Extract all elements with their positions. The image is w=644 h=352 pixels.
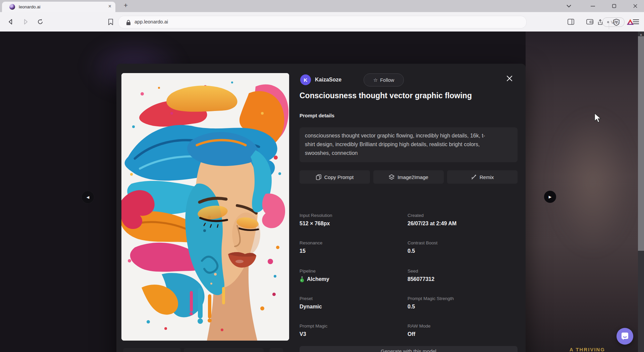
sidebar-icon[interactable] [567, 18, 575, 26]
prompt-text: consciousness thought vector graphic flo… [305, 131, 486, 158]
copy-icon [316, 174, 321, 180]
backdrop-image [526, 32, 644, 352]
window-close-button[interactable] [631, 2, 640, 10]
backdrop-watermark: A THRIVING [570, 347, 605, 352]
remix-button[interactable]: Remix [447, 170, 518, 184]
thumbnail[interactable] [269, 348, 283, 352]
detail-seed: Seed 856077312 [408, 269, 513, 282]
bookmark-icon[interactable] [107, 18, 115, 26]
support-chat-button[interactable] [616, 328, 633, 345]
copy-prompt-label: Copy Prompt [324, 174, 354, 180]
follow-label: Follow [380, 77, 394, 83]
url-text[interactable]: app.leonardo.ai [135, 19, 168, 24]
wallet-icon[interactable] [586, 18, 594, 26]
remix-wand-icon [471, 174, 477, 180]
next-image-button[interactable]: ▶ [544, 191, 556, 203]
backdrop-glow [552, 112, 633, 253]
chevron-right-icon: ▶ [549, 195, 551, 199]
detail-resonance: Resonance 15 [300, 240, 405, 254]
tab-title: leonardo.ai [19, 4, 40, 9]
thumbnail[interactable] [123, 348, 181, 352]
vpn-status-dot [607, 21, 609, 23]
potion-flask-icon [300, 276, 305, 282]
tab-close-icon[interactable]: × [108, 3, 111, 9]
author-name[interactable]: KaizaSoze [315, 77, 341, 83]
window-maximize-button[interactable] [609, 2, 619, 10]
browser-tab[interactable]: leonardo.ai × [2, 2, 115, 12]
image-detail-modal: K KaizaSoze ☆ Follow Consciousness thoug… [116, 64, 526, 352]
reload-button[interactable] [36, 18, 44, 26]
copy-prompt-button[interactable]: Copy Prompt [300, 170, 370, 184]
generate-with-model-button[interactable]: Generate with this model [300, 346, 518, 352]
site-favicon-icon [9, 4, 15, 10]
page-content: A THRIVING [0, 32, 644, 352]
menu-icon[interactable] [632, 18, 640, 26]
modal-close-button[interactable] [505, 74, 514, 82]
chevron-left-icon: ◀ [87, 195, 89, 199]
scrollbar-up-icon[interactable]: ▲ [639, 33, 643, 36]
prompt-details-heading: Prompt details [300, 113, 334, 118]
chat-icon [621, 332, 629, 341]
detail-prompt-magic-strength: Prompt Magic Strength 0.5 [408, 296, 513, 310]
detail-prompt-magic: Prompt Magic V3 [300, 324, 405, 337]
prompt-box: consciousness thought vector graphic flo… [300, 127, 518, 162]
star-icon: ☆ [373, 77, 378, 83]
tab-strip: leonardo.ai × + [0, 0, 644, 12]
vpn-label: VPN [611, 20, 620, 25]
window-minimize-button[interactable] [588, 2, 597, 10]
remix-label: Remix [480, 174, 494, 180]
detail-pipeline: Pipeline Alchemy [300, 269, 405, 282]
detail-contrast-boost: Contrast Boost 0.5 [408, 240, 513, 254]
previous-image-button[interactable]: ◀ [82, 191, 94, 203]
forward-button[interactable] [21, 18, 30, 26]
address-bar[interactable]: app.leonardo.ai [118, 16, 527, 28]
tab-search-icon[interactable] [564, 2, 574, 10]
mouse-cursor [594, 113, 602, 124]
browser-window: leonardo.ai × + [0, 0, 644, 352]
image2image-button[interactable]: Image2Image [373, 170, 444, 184]
layers-icon [389, 174, 394, 180]
follow-button[interactable]: ☆ Follow [364, 73, 404, 86]
browser-toolbar: app.leonardo.ai VPN [0, 12, 644, 32]
lock-icon[interactable] [124, 18, 132, 26]
detail-raw-mode: RAW Mode Off [408, 324, 513, 337]
image-title: Consciousness thought vector graphic flo… [300, 91, 521, 101]
generated-image[interactable] [121, 73, 289, 341]
page-scrollbar[interactable]: ▲ [638, 32, 644, 352]
detail-preset: Preset Dynamic [300, 296, 405, 310]
thumbnail[interactable] [184, 348, 264, 352]
image2image-label: Image2Image [397, 174, 428, 180]
back-button[interactable] [7, 18, 15, 26]
scrollbar-thumb[interactable] [638, 36, 644, 251]
detail-created: Created 26/07/23 at 2:49 AM [408, 213, 513, 227]
new-tab-button[interactable]: + [121, 1, 130, 9]
avatar[interactable]: K [300, 74, 311, 85]
detail-input-resolution: Input Resolution 512 × 768px [300, 213, 405, 227]
vpn-button[interactable]: VPN [602, 17, 625, 27]
